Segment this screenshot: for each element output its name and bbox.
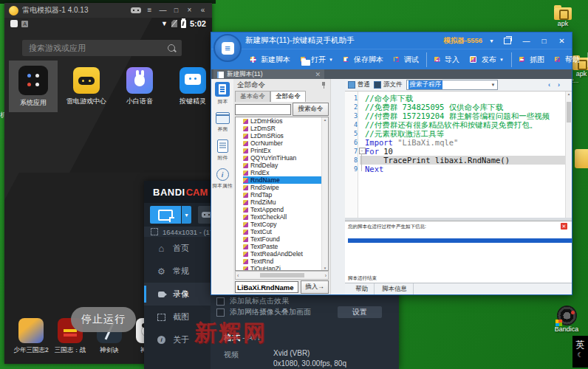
app-icon-tile[interactable]: 雷电游戏中心 — [62, 61, 111, 112]
tree-scrollbar[interactable]: ▴▾ — [321, 117, 328, 270]
option-mouse-effect[interactable]: 添加鼠标点击效果 — [216, 296, 289, 306]
tree-item[interactable]: RndZiMu — [243, 199, 328, 206]
close-icon[interactable]: × — [185, 3, 194, 18]
code-scrollbar[interactable]: ▴ — [565, 92, 572, 218]
scroll-thumb[interactable] — [260, 273, 304, 277]
tree-item[interactable]: RndName — [243, 176, 328, 184]
desktop-icon-partial[interactable] — [575, 149, 588, 168]
maximize-icon[interactable]: □ — [171, 3, 181, 18]
dock-app-tile[interactable]: 少年三国志2 — [15, 318, 47, 355]
tree-item[interactable]: TextFound — [243, 235, 328, 243]
code-line[interactable]: 2//免费群 734825095 仅供命令库下载 — [345, 103, 572, 111]
bandicam-menu-item[interactable]: 首页 — [144, 237, 211, 260]
code-line[interactable]: 9Next — [345, 165, 572, 173]
gamepad-icon[interactable] — [131, 7, 141, 13]
tree-item[interactable]: TextCut — [243, 228, 328, 235]
tree-item[interactable]: TextPaste — [243, 243, 328, 250]
command-search-input[interactable] — [235, 104, 291, 115]
minimize-icon[interactable]: — — [521, 37, 532, 45]
scroll-thumb[interactable] — [567, 102, 571, 123]
tab-help[interactable]: 帮助 — [349, 283, 375, 294]
sidebar-item[interactable]: 脚本 — [215, 82, 230, 106]
code-area[interactable]: 1//命令库下载2//免费群 734825095 仅供命令库下载3//付费群 1… — [345, 92, 572, 218]
tree-horizontal-scrollbar[interactable]: ‹ › — [235, 271, 329, 280]
collapse-sidebar-icon[interactable]: « — [198, 3, 208, 18]
tab-basic-commands[interactable]: 基本命令 — [235, 91, 270, 102]
script-titlebar[interactable]: 新建脚本(11)-按键精灵手机助手 模拟器-5556 ▼ — □ ✕ — [211, 32, 572, 49]
app-icon-tile[interactable]: 小白语音 — [115, 61, 164, 112]
tree-item[interactable]: RndEx — [243, 169, 328, 176]
pin-icon[interactable] — [321, 82, 327, 89]
code-line[interactable]: 5//元素获取激活工具等 — [345, 129, 572, 138]
fold-toggle-icon[interactable]: − — [359, 148, 366, 154]
bandicam-menu-item[interactable]: 录像 — [144, 283, 211, 306]
view-normal-button[interactable]: 普通 — [348, 80, 370, 89]
capture-mode-dropdown[interactable]: ▼ — [182, 206, 191, 224]
app-logo-icon[interactable] — [213, 34, 242, 62]
checkbox-icon[interactable] — [216, 297, 225, 306]
minimize-icon[interactable]: — — [158, 3, 168, 18]
tree-item[interactable]: LzDmHkios — [243, 117, 328, 125]
emulator-titlebar[interactable]: 雷电模拟器-1 4.0.13 ≡ — □ × « — [4, 3, 212, 18]
insert-command-input[interactable] — [235, 281, 298, 293]
tree-item[interactable]: LzDmSR — [243, 125, 328, 132]
chevron-down-icon[interactable]: ▼ — [489, 38, 494, 44]
tree-item[interactable]: TextCopy — [243, 221, 328, 228]
sidebar-item[interactable]: 附件 — [217, 139, 228, 162]
tree-item[interactable]: TextReadAndDelet — [243, 250, 328, 258]
code-line[interactable]: 7For 10 — [345, 147, 572, 156]
code-line[interactable]: 8 TracePrint libaxi.RndName() — [345, 156, 572, 165]
desktop-icon-apk[interactable]: apk — [547, 7, 579, 27]
code-line[interactable]: 6Import "LiBaXi.mqle" — [345, 138, 572, 147]
toolbar-button[interactable]: 打开 ▼ — [295, 52, 338, 67]
close-output-icon[interactable]: ✕ — [561, 223, 567, 230]
nav-back-icon[interactable]: ‹ — [548, 81, 550, 89]
sidebar-item[interactable]: 界面 — [216, 112, 230, 133]
search-input[interactable]: 搜索游戏或应用 — [22, 40, 182, 56]
tree-item[interactable]: TextCheckAll — [243, 213, 328, 221]
menu-icon[interactable]: ≡ — [145, 3, 154, 18]
tree-item[interactable]: RndTap — [243, 191, 328, 199]
tab-all-commands[interactable]: 全部命令 — [270, 91, 306, 102]
toolbar-button[interactable]: 帮助 — [550, 52, 585, 67]
toolbar-button[interactable]: 抓图 — [511, 52, 550, 67]
tree-item[interactable]: LzDmSRios — [243, 132, 328, 139]
device-selector[interactable]: 模拟器-5556 — [443, 36, 482, 46]
app-icon-tile[interactable]: 按键精灵 — [168, 61, 212, 112]
subroutine-combo[interactable]: 搜索子程序 ▼ — [406, 80, 498, 90]
ime-indicator[interactable]: 英 ☾ — [572, 336, 588, 368]
tree-item[interactable]: TextRnd — [243, 258, 328, 265]
close-icon[interactable]: ✕ — [556, 37, 567, 45]
insert-button[interactable]: 插入→ — [301, 280, 329, 294]
stop-script-button[interactable]: 停止运行 — [71, 307, 136, 332]
tree-item[interactable]: TextAppend — [243, 206, 328, 213]
tree-item[interactable]: PrintEx — [243, 147, 328, 154]
option-webcam-overlay[interactable]: 添加网络摄像头叠加画面 — [216, 307, 311, 317]
code-line[interactable]: 3//付费群 157219204 群主解答编程问题和一些视频 — [345, 111, 572, 120]
toolbar-button[interactable]: 新建脚本 — [245, 52, 295, 67]
toolbar-button[interactable]: 发布 ▼ — [465, 52, 509, 67]
nav-forward-icon[interactable]: › — [558, 81, 560, 89]
settings-button[interactable]: 设置 — [338, 306, 382, 318]
tree-item[interactable]: RndDelay — [243, 162, 328, 169]
command-search-button[interactable]: 搜索命令 — [293, 103, 329, 116]
code-line[interactable]: 1//命令库下载 — [345, 94, 572, 103]
bandicam-menu-item[interactable]: 常规 — [144, 260, 211, 283]
capture-mode-button[interactable] — [150, 206, 181, 224]
tree-item[interactable]: QQYuYinTiHuan — [243, 154, 328, 162]
view-source-button[interactable]: 源文件 — [374, 80, 403, 89]
toolbar-button[interactable]: 调试 — [389, 52, 424, 67]
tab-close-icon[interactable]: ✕ — [315, 71, 321, 78]
toolbar-button[interactable]: 导入 — [426, 52, 465, 67]
sidebar-item[interactable]: 脚本属性 — [211, 168, 233, 190]
toolbar-button[interactable]: 保存脚本 — [338, 52, 389, 67]
scroll-right-icon[interactable]: › — [325, 273, 327, 278]
tree-item[interactable]: TiQuHanZi — [243, 265, 328, 271]
tab-new-script[interactable]: 新建脚本(11) ✕ — [213, 69, 324, 80]
tree-item[interactable]: OcrNumber — [243, 139, 328, 147]
restore-icon[interactable] — [504, 38, 511, 44]
maximize-icon[interactable]: □ — [539, 37, 550, 45]
checkbox-icon[interactable] — [216, 308, 225, 317]
tree-item[interactable]: RndSwipe — [243, 184, 328, 191]
desktop-icon-bandicam[interactable]: Bandica — [550, 306, 584, 333]
